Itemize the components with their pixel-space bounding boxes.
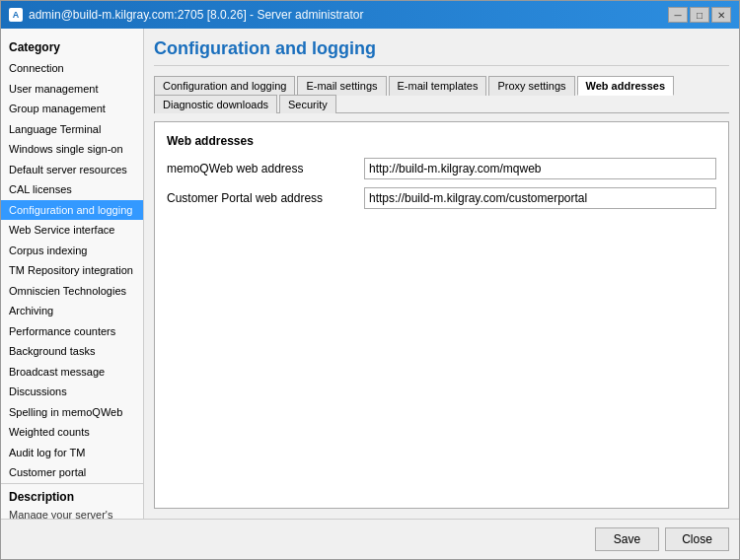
- sidebar-item-default-server-resources[interactable]: Default server resources: [1, 160, 143, 180]
- main-content: Category Connection User management Grou…: [1, 29, 739, 519]
- right-panel: Configuration and logging Configuration …: [144, 29, 739, 519]
- maximize-button[interactable]: □: [690, 7, 709, 23]
- description-text: Manage your server's configuration after…: [9, 508, 135, 520]
- sidebar-item-cal-licenses[interactable]: CAL licenses: [1, 179, 143, 200]
- sidebar-item-language-terminal[interactable]: Language Terminal: [1, 119, 143, 140]
- panel-title: Configuration and logging: [154, 38, 729, 66]
- tab-diagnostic-downloads[interactable]: Diagnostic downloads: [154, 95, 277, 113]
- tab-email-settings[interactable]: E-mail settings: [297, 76, 386, 96]
- label-customer-portal: Customer Portal web address: [167, 191, 364, 205]
- bottom-buttons: Save Close: [1, 519, 739, 559]
- form-row-mqweb: memoQWeb web address: [167, 158, 716, 179]
- tabs-bar: Configuration and logging E-mail setting…: [154, 76, 729, 113]
- tab-content-web-addresses: Web addresses memoQWeb web address Custo…: [154, 121, 729, 509]
- label-mqweb: memoQWeb web address: [167, 162, 364, 175]
- window-title: admin@build-m.kilgray.com:2705 [8.0.26] …: [29, 8, 363, 22]
- sidebar-item-group-management[interactable]: Group management: [1, 99, 143, 119]
- input-mqweb[interactable]: [364, 158, 716, 179]
- sidebar-item-omniscien[interactable]: Omniscien Technologies: [1, 281, 143, 302]
- main-window: A admin@build-m.kilgray.com:2705 [8.0.26…: [0, 0, 740, 560]
- sidebar-item-archiving[interactable]: Archiving: [1, 301, 143, 321]
- sidebar-item-weighted-counts[interactable]: Weighted counts: [1, 422, 143, 443]
- title-bar-controls: ─ □ ✕: [668, 7, 731, 23]
- close-button[interactable]: Close: [665, 527, 729, 551]
- category-title: Category: [1, 36, 143, 58]
- sidebar-item-tm-repository[interactable]: TM Repository integration: [1, 260, 143, 281]
- input-customer-portal[interactable]: [364, 187, 716, 209]
- tab-proxy-settings[interactable]: Proxy settings: [488, 76, 574, 96]
- app-icon: A: [9, 8, 23, 22]
- tab-web-addresses[interactable]: Web addresses: [577, 76, 675, 96]
- section-title-web-addresses: Web addresses: [167, 134, 716, 148]
- sidebar-item-user-management[interactable]: User management: [1, 79, 143, 100]
- sidebar-item-broadcast-message[interactable]: Broadcast message: [1, 362, 143, 383]
- sidebar-item-background-tasks[interactable]: Background tasks: [1, 341, 143, 362]
- sidebar-item-config-logging[interactable]: Configuration and logging: [1, 200, 143, 221]
- sidebar: Category Connection User management Grou…: [1, 29, 144, 519]
- tab-config-logging[interactable]: Configuration and logging: [154, 76, 295, 96]
- sidebar-item-connection[interactable]: Connection: [1, 58, 143, 79]
- sidebar-item-performance-counters[interactable]: Performance counters: [1, 321, 143, 342]
- sidebar-item-web-service[interactable]: Web Service interface: [1, 220, 143, 241]
- sidebar-item-audit-log[interactable]: Audit log for TM: [1, 443, 143, 463]
- sidebar-item-customer-portal[interactable]: Customer portal: [1, 462, 143, 483]
- title-bar-left: A admin@build-m.kilgray.com:2705 [8.0.26…: [9, 8, 363, 22]
- sidebar-item-windows-sso[interactable]: Windows single sign-on: [1, 139, 143, 160]
- description-title: Description: [9, 490, 135, 504]
- sidebar-item-spelling[interactable]: Spelling in memoQWeb: [1, 402, 143, 423]
- sidebar-description: Description Manage your server's configu…: [1, 483, 143, 520]
- close-window-button[interactable]: ✕: [711, 7, 731, 23]
- sidebar-item-corpus-indexing[interactable]: Corpus indexing: [1, 241, 143, 261]
- tab-security[interactable]: Security: [279, 95, 336, 113]
- title-bar: A admin@build-m.kilgray.com:2705 [8.0.26…: [1, 1, 739, 29]
- form-row-customer-portal: Customer Portal web address: [167, 187, 716, 209]
- sidebar-item-discussions[interactable]: Discussions: [1, 382, 143, 402]
- minimize-button[interactable]: ─: [668, 7, 688, 23]
- save-button[interactable]: Save: [595, 527, 659, 551]
- tab-email-templates[interactable]: E-mail templates: [389, 76, 487, 96]
